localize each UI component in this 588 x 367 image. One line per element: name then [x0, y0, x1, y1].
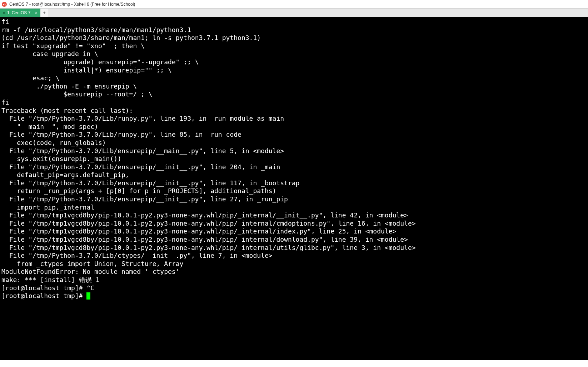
tab-centos7[interactable]: 1 CentOS 7 × [0, 9, 40, 17]
window-title-bar: CentOS 7 - root@localhost:/tmp - Xshell … [0, 0, 588, 9]
terminal-cursor [86, 292, 90, 300]
add-tab-button[interactable]: + [40, 9, 48, 17]
terminal-prompt: [root@localhost tmp]# [1, 292, 86, 300]
status-bar [0, 360, 588, 367]
app-icon [1, 1, 7, 7]
tab-status-dot [3, 12, 5, 14]
tab-label: CentOS 7 [12, 10, 31, 15]
tab-index: 1 [7, 10, 10, 15]
tab-bar: 1 CentOS 7 × + [0, 9, 588, 17]
close-icon[interactable]: × [35, 10, 37, 15]
window-title: CentOS 7 - root@localhost:/tmp - Xshell … [9, 2, 135, 7]
terminal-output[interactable]: fi rm -f /usr/local/python3/share/man/ma… [0, 17, 588, 360]
